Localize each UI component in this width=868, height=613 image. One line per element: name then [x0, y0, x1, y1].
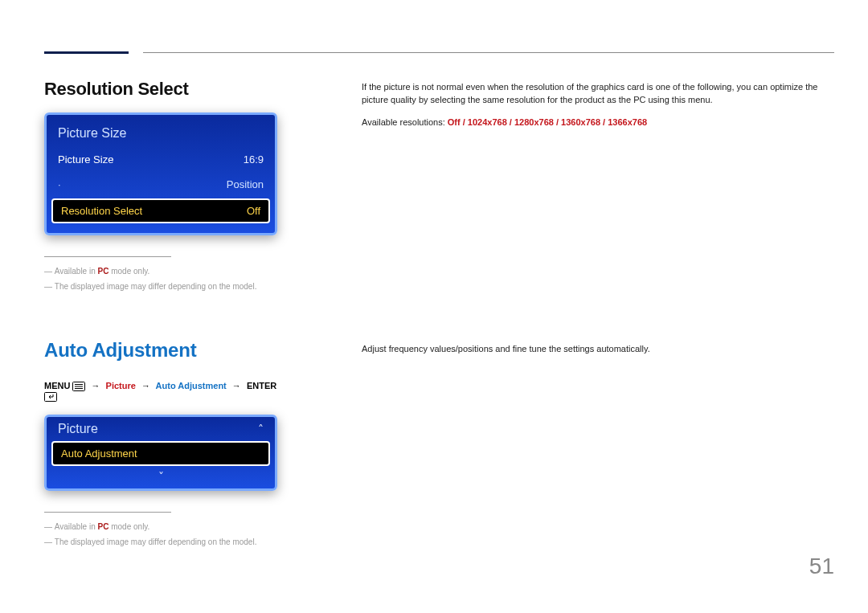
- osd-panel-picture-size: Picture Size Picture Size 16:9 Position …: [44, 112, 277, 235]
- osd-row-label: Position: [227, 178, 264, 190]
- osd-row-position[interactable]: Position: [47, 172, 275, 197]
- menu-navigation-path: MENU → Picture → Auto Adjustment → ENTER: [44, 381, 289, 402]
- avail-lead: Available resolutions:: [362, 117, 448, 127]
- header-thin-rule: [143, 52, 834, 53]
- available-resolutions-line: Available resolutions: Off / 1024x768 / …: [362, 116, 834, 129]
- path-menu-label: MENU: [44, 381, 70, 390]
- note-text-suffix: mode only.: [108, 522, 149, 531]
- note-bold-pc: PC: [98, 267, 109, 276]
- osd-row-picture-size[interactable]: Picture Size 16:9: [47, 147, 275, 172]
- path-arrow: →: [138, 381, 154, 390]
- section-heading-auto-adjustment: Auto Adjustment: [44, 339, 289, 362]
- osd-row-resolution-select-selected[interactable]: Resolution Select Off: [51, 198, 270, 223]
- footnote-pc-mode-2: Available in PC mode only.: [44, 519, 289, 534]
- menu-icon: [72, 382, 85, 391]
- note-bold-pc: PC: [98, 522, 109, 531]
- body-paragraph-auto-adjustment: Adjust frequency values/positions and fi…: [362, 344, 834, 353]
- right-column-section2: Adjust frequency values/positions and fi…: [362, 344, 834, 353]
- enter-icon: [44, 392, 57, 402]
- chevron-up-icon[interactable]: ˄: [258, 423, 264, 435]
- osd-row-label: Resolution Select: [61, 205, 142, 217]
- osd2-row-auto-adjustment-selected[interactable]: Auto Adjustment: [51, 441, 270, 466]
- path-autoadj-step: Auto Adjustment: [156, 381, 227, 390]
- right-column-section1: If the picture is not normal even when t…: [362, 81, 834, 139]
- footnote-image-differ: The displayed image may differ depending…: [44, 279, 289, 294]
- body-paragraph-resolution: If the picture is not normal even when t…: [362, 81, 834, 107]
- path-arrow: →: [229, 381, 244, 390]
- footnote-image-differ-2: The displayed image may differ depending…: [44, 534, 289, 550]
- avail-values: Off / 1024x768 / 1280x768 / 1360x768 / 1…: [448, 117, 647, 127]
- page: Resolution Select Picture Size Picture S…: [0, 0, 868, 613]
- left-column: Resolution Select Picture Size Picture S…: [44, 79, 289, 550]
- osd-panel-picture: Picture ˄ Auto Adjustment ˅: [44, 415, 277, 491]
- note-text-prefix: Available in: [55, 522, 98, 531]
- note-text-suffix: mode only.: [108, 267, 149, 276]
- osd2-title: Picture: [58, 422, 98, 436]
- osd-row-label: Picture Size: [58, 153, 113, 166]
- osd-row-value: Off: [247, 205, 260, 217]
- note-divider: [44, 512, 171, 513]
- page-number: 51: [809, 554, 834, 579]
- path-arrow: →: [88, 381, 104, 390]
- section-auto-adjustment: Auto Adjustment MENU → Picture → Auto Ad…: [44, 339, 289, 550]
- osd-title: Picture Size: [47, 121, 275, 147]
- path-picture-step: Picture: [106, 381, 136, 390]
- note-text-prefix: Available in: [55, 267, 98, 276]
- chevron-down-icon[interactable]: ˅: [47, 469, 275, 484]
- note-divider: [44, 256, 171, 257]
- osd-row-value: 16:9: [244, 153, 264, 166]
- header-thick-rule: [44, 51, 129, 54]
- path-enter-label: ENTER: [247, 381, 276, 390]
- footnote-pc-mode: Available in PC mode only.: [44, 264, 289, 279]
- osd2-header: Picture ˄: [47, 417, 275, 438]
- section-heading-resolution-select: Resolution Select: [44, 79, 289, 100]
- osd2-row-label: Auto Adjustment: [61, 447, 137, 460]
